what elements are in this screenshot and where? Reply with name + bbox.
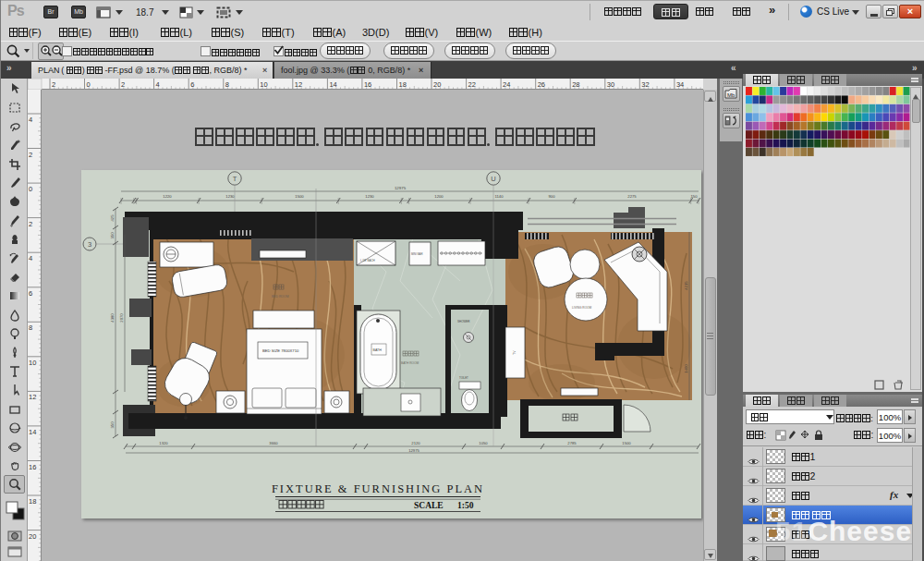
- svg-text:BATH: BATH: [373, 348, 383, 352]
- svg-text:4: 4: [29, 116, 32, 124]
- svg-text:150: 150: [691, 194, 699, 199]
- svg-text:2120: 2120: [411, 441, 420, 445]
- svg-text:2785: 2785: [567, 441, 577, 445]
- svg-text:425: 425: [110, 214, 115, 222]
- svg-text:LIVING ROOM: LIVING ROOM: [572, 306, 592, 310]
- svg-text:12975: 12975: [408, 448, 419, 453]
- svg-text:BED SIZE 7800X710: BED SIZE 7800X710: [262, 348, 299, 353]
- svg-text:34: 34: [676, 80, 684, 89]
- svg-text:12: 12: [295, 80, 302, 89]
- svg-text:2: 2: [121, 80, 125, 89]
- svg-text:3660: 3660: [269, 441, 278, 445]
- svg-text:L DE BACH: L DE BACH: [360, 259, 375, 262]
- svg-text:900: 900: [549, 194, 556, 199]
- svg-text:1:50: 1:50: [457, 501, 474, 510]
- svg-text:6: 6: [29, 289, 32, 298]
- svg-text:30: 30: [607, 80, 614, 89]
- svg-text:10: 10: [260, 80, 267, 89]
- svg-text:4215: 4215: [684, 281, 688, 290]
- svg-text:10: 10: [29, 359, 36, 367]
- svg-text:1200: 1200: [434, 194, 444, 199]
- svg-text:16: 16: [29, 463, 36, 471]
- svg-text:2: 2: [52, 80, 55, 89]
- svg-text:350: 350: [110, 232, 115, 239]
- svg-text:22: 22: [468, 80, 476, 89]
- svg-text:1140: 1140: [494, 194, 504, 199]
- svg-text:8: 8: [29, 323, 32, 332]
- svg-text:0: 0: [87, 80, 91, 89]
- svg-text:SHOWER: SHOWER: [457, 320, 470, 323]
- svg-text:4: 4: [29, 254, 32, 262]
- svg-text:18: 18: [399, 80, 407, 89]
- svg-text:FIXTURE & FURNISHING PLAN: FIXTURE & FURNISHING PLAN: [272, 482, 484, 495]
- svg-text:16: 16: [364, 80, 371, 89]
- svg-text:32: 32: [641, 80, 649, 89]
- svg-text:14: 14: [29, 428, 36, 436]
- svg-text:24: 24: [503, 80, 510, 89]
- svg-text:6: 6: [190, 80, 194, 89]
- svg-text:4380: 4380: [110, 313, 115, 323]
- svg-text:0: 0: [29, 185, 32, 193]
- svg-text:MINI BAR: MINI BAR: [411, 252, 422, 256]
- svg-text:12975: 12975: [395, 186, 407, 190]
- svg-text:1050: 1050: [479, 441, 488, 445]
- svg-text:1230: 1230: [365, 194, 374, 199]
- svg-text:350: 350: [110, 421, 115, 429]
- svg-text:20: 20: [29, 532, 36, 541]
- svg-text:2275: 2275: [627, 194, 637, 199]
- svg-text:18: 18: [29, 497, 36, 506]
- svg-text:1400: 1400: [684, 364, 688, 373]
- svg-text:14: 14: [329, 80, 336, 89]
- svg-text:1220: 1220: [163, 194, 172, 199]
- svg-text:TOILET: TOILET: [459, 376, 468, 380]
- svg-text:1500: 1500: [622, 441, 631, 445]
- svg-text:8: 8: [225, 80, 229, 89]
- svg-text:BATH ROOM: BATH ROOM: [401, 361, 419, 365]
- svg-text:2: 2: [29, 151, 32, 159]
- svg-text:1500: 1500: [295, 194, 304, 199]
- svg-text:12: 12: [29, 393, 36, 401]
- svg-text:28: 28: [572, 80, 579, 89]
- svg-text:T: T: [233, 175, 237, 183]
- svg-text:2: 2: [29, 220, 32, 228]
- svg-text:2070: 2070: [119, 313, 124, 323]
- svg-text:U: U: [491, 175, 495, 183]
- svg-text:3: 3: [88, 240, 91, 249]
- svg-text:BED ROOM: BED ROOM: [272, 295, 289, 299]
- svg-text:26: 26: [538, 80, 545, 89]
- svg-text:SCALE: SCALE: [414, 501, 444, 510]
- svg-text:4: 4: [156, 80, 160, 89]
- svg-text:20: 20: [433, 80, 441, 89]
- svg-text:1230: 1230: [225, 194, 235, 199]
- svg-text:Mb: Mb: [727, 92, 736, 98]
- svg-text:1320: 1320: [159, 441, 168, 445]
- svg-text:TV: TV: [513, 350, 517, 355]
